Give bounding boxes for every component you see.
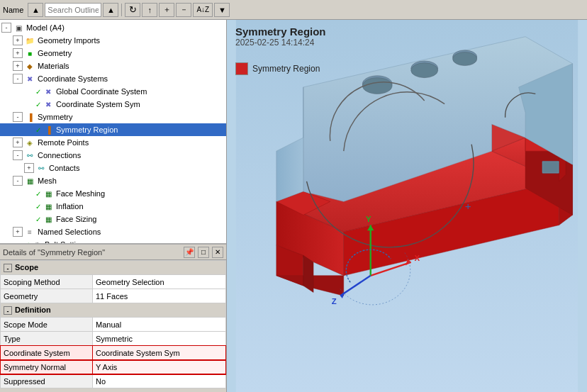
section-header-Scope: -Scope bbox=[1, 261, 226, 275]
prop-name: Scoping Method bbox=[1, 275, 93, 289]
tree-item-symmetry[interactable]: -▐Symmetry bbox=[0, 111, 226, 123]
refresh-btn[interactable]: ↻ bbox=[125, 3, 140, 17]
prop-value: Manual bbox=[93, 318, 226, 332]
tree-label-sym-region: Symmetry Region bbox=[56, 125, 118, 134]
svg-text:Y: Y bbox=[366, 215, 371, 223]
tree-toggle-geometry[interactable]: + bbox=[13, 48, 23, 58]
sort-up-btn[interactable]: ▲ bbox=[28, 3, 43, 17]
detail-row-symmetry-normal: Symmetry NormalY Axis bbox=[1, 360, 226, 374]
svg-point-18 bbox=[411, 63, 438, 78]
down-btn[interactable]: ▼ bbox=[214, 3, 230, 17]
view-header: Symmetry Region 2025-02-25 14:14:24 bbox=[235, 26, 326, 47]
check-icon-coord-sym: ✓ bbox=[35, 101, 41, 108]
tree-label-global-coord: Global Coordinate System bbox=[56, 87, 147, 96]
svg-text:+: + bbox=[465, 200, 471, 212]
section-label-Scope: Scope bbox=[15, 263, 38, 271]
tree-area[interactable]: -▣Model (A4)+📁Geometry Imports+■Geometry… bbox=[0, 20, 226, 243]
section-toggle-Scope[interactable]: - bbox=[4, 264, 12, 272]
tree-icon-coord-systems: ✖ bbox=[24, 73, 35, 84]
tree-label-face-meshing: Face Meshing bbox=[56, 189, 105, 198]
tree-icon-model: ▣ bbox=[13, 22, 24, 33]
check-icon-face-sizing: ✓ bbox=[35, 215, 41, 223]
tree-icon-global-coord: ✖ bbox=[43, 86, 54, 97]
3d-viewport[interactable]: X Y Z + bbox=[227, 20, 587, 392]
detail-row-suppressed: SuppressedNo bbox=[1, 374, 226, 388]
tree-toggle-geom-imports[interactable]: + bbox=[13, 35, 23, 45]
tree-icon-coord-sym: ✖ bbox=[43, 99, 54, 110]
name-label: Name bbox=[3, 6, 23, 14]
detail-row-coordinate-system: Coordinate SystemCoordinate System Sym bbox=[1, 346, 226, 360]
tree-item-contacts[interactable]: +⚯Contacts bbox=[0, 162, 226, 174]
tree-item-global-coord[interactable]: ✓✖Global Coordinate System bbox=[0, 85, 226, 98]
tree-toggle-symmetry[interactable]: - bbox=[13, 112, 23, 122]
tree-label-inflation: Inflation bbox=[56, 202, 84, 211]
tree-label-connections: Connections bbox=[38, 151, 81, 159]
tree-item-named-selections[interactable]: +≡Named Selections bbox=[0, 225, 226, 238]
tree-icon-remote-points: ◈ bbox=[24, 137, 35, 148]
details-pin-btn[interactable]: 📌 bbox=[184, 247, 195, 258]
tree-toggle-model[interactable]: - bbox=[1, 23, 11, 33]
main-area: -▣Model (A4)+📁Geometry Imports+■Geometry… bbox=[0, 20, 587, 392]
view-title: Symmetry Region bbox=[235, 26, 326, 38]
svg-rect-22 bbox=[543, 162, 559, 172]
svg-text:X: X bbox=[414, 254, 420, 262]
legend-color-box bbox=[235, 62, 248, 75]
prop-value: 11 Faces bbox=[93, 289, 226, 303]
minus-btn[interactable]: － bbox=[176, 3, 191, 17]
tree-item-mesh[interactable]: -▦Mesh bbox=[0, 174, 226, 187]
tree-item-face-sizing[interactable]: ✓▦Face Sizing bbox=[0, 213, 226, 225]
tree-label-geom-imports: Geometry Imports bbox=[38, 36, 100, 45]
tree-item-sym-region[interactable]: ✓▐Symmetry Region bbox=[0, 123, 226, 136]
tree-item-bolt-settings[interactable]: ✓⚙Bolt Settings bbox=[0, 238, 226, 243]
tree-label-coord-systems: Coordinate Systems bbox=[38, 74, 108, 83]
section-label-Definition: Definition bbox=[15, 306, 51, 314]
details-close-btn[interactable]: ✕ bbox=[212, 247, 223, 258]
tree-item-coord-sym[interactable]: ✓✖Coordinate System Sym bbox=[0, 98, 226, 111]
tree-label-named-selections: Named Selections bbox=[38, 228, 101, 236]
prop-value: Y Axis bbox=[93, 360, 226, 374]
tree-label-mesh: Mesh bbox=[38, 177, 57, 185]
tree-item-model[interactable]: -▣Model (A4) bbox=[0, 21, 226, 34]
section-toggle-Definition[interactable]: - bbox=[4, 306, 12, 315]
tree-icon-named-selections: ≡ bbox=[24, 226, 35, 237]
tree-icon-symmetry: ▐ bbox=[24, 111, 35, 123]
tree-toggle-coord-systems[interactable]: - bbox=[13, 74, 23, 84]
tree-item-coord-systems[interactable]: -✖Coordinate Systems bbox=[0, 72, 226, 85]
tree-item-inflation[interactable]: ✓▦Inflation bbox=[0, 200, 226, 213]
check-icon-global-coord: ✓ bbox=[35, 88, 41, 96]
tree-icon-connections: ⚯ bbox=[24, 150, 35, 161]
az-sort-btn[interactable]: A↓Z bbox=[193, 3, 213, 17]
view-date: 2025-02-25 14:14:24 bbox=[235, 38, 326, 47]
prop-name: Suppressed bbox=[1, 374, 93, 388]
legend-label: Symmetry Region bbox=[252, 64, 320, 74]
details-title: Details of "Symmetry Region" bbox=[3, 248, 181, 257]
prop-name: Type bbox=[1, 332, 93, 346]
prop-name: Scope Mode bbox=[1, 318, 93, 332]
tree-toggle-materials[interactable]: + bbox=[13, 61, 23, 71]
search-input[interactable] bbox=[45, 3, 101, 17]
tree-label-model: Model (A4) bbox=[26, 23, 65, 32]
tree-icon-face-meshing: ▦ bbox=[43, 188, 54, 199]
tree-icon-contacts: ⚯ bbox=[35, 162, 47, 174]
up-btn[interactable]: ↑ bbox=[142, 3, 157, 17]
tree-label-contacts: Contacts bbox=[49, 164, 79, 172]
detail-row-scope-mode: Scope ModeManual bbox=[1, 318, 226, 332]
tree-item-remote-points[interactable]: +◈Remote Points bbox=[0, 136, 226, 149]
tree-toggle-named-selections[interactable]: + bbox=[13, 227, 23, 237]
check-icon-face-meshing: ✓ bbox=[35, 190, 41, 198]
tree-toggle-mesh[interactable]: - bbox=[13, 176, 23, 186]
search-up-btn[interactable]: ▲ bbox=[103, 3, 118, 17]
plus-btn[interactable]: ＋ bbox=[159, 3, 174, 17]
tree-icon-inflation: ▦ bbox=[43, 201, 54, 212]
tree-item-geom-imports[interactable]: +📁Geometry Imports bbox=[0, 34, 226, 47]
tree-toggle-contacts[interactable]: + bbox=[24, 163, 34, 173]
tree-icon-sym-region: ▐ bbox=[43, 124, 54, 135]
tree-item-materials[interactable]: +◆Materials bbox=[0, 60, 226, 72]
tree-toggle-connections[interactable]: - bbox=[13, 150, 23, 160]
details-maximize-btn[interactable]: □ bbox=[198, 247, 209, 258]
tree-toggle-remote-points[interactable]: + bbox=[13, 138, 23, 147]
tree-item-face-meshing[interactable]: ✓▦Face Meshing bbox=[0, 187, 226, 200]
tree-item-connections[interactable]: -⚯Connections bbox=[0, 149, 226, 162]
tree-item-geometry[interactable]: +■Geometry bbox=[0, 47, 226, 60]
left-panel: -▣Model (A4)+📁Geometry Imports+■Geometry… bbox=[0, 20, 227, 392]
